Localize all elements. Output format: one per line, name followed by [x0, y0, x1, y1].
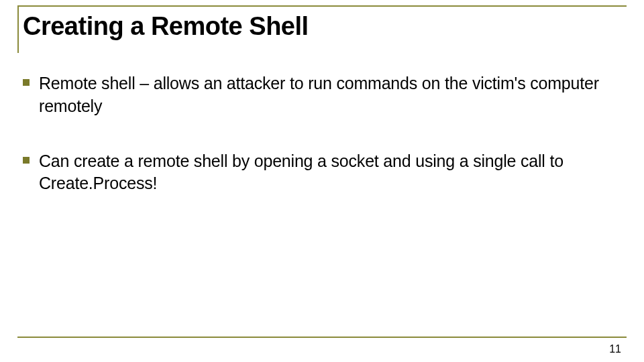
- list-item: Can create a remote shell by opening a s…: [23, 150, 604, 196]
- bullet-text: Can create a remote shell by opening a s…: [39, 150, 604, 196]
- content-area: Remote shell – allows an attacker to run…: [23, 72, 604, 227]
- bullet-text: Remote shell – allows an attacker to run…: [39, 72, 604, 118]
- bullet-icon: [23, 79, 30, 86]
- slide: Creating a Remote Shell Remote shell – a…: [0, 0, 644, 362]
- bullet-icon: [23, 157, 30, 164]
- slide-title: Creating a Remote Shell: [23, 12, 627, 41]
- divider: [17, 337, 627, 338]
- title-container: Creating a Remote Shell: [17, 5, 627, 53]
- list-item: Remote shell – allows an attacker to run…: [23, 72, 604, 118]
- page-number: 11: [609, 343, 621, 355]
